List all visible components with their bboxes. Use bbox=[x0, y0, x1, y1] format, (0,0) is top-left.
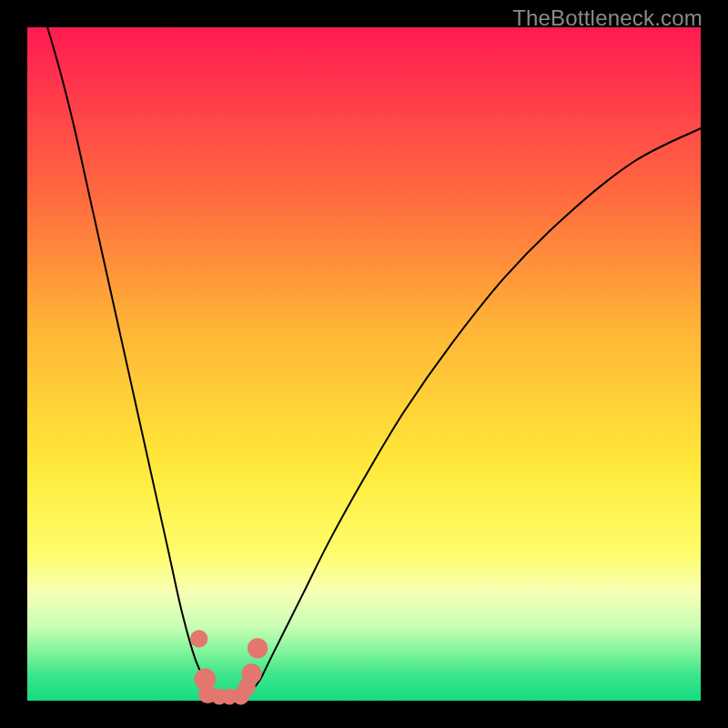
plot-markers bbox=[190, 630, 268, 704]
chart-frame: TheBottleneck.com bbox=[0, 0, 728, 728]
plot-curves bbox=[47, 27, 701, 697]
data-marker bbox=[190, 630, 207, 647]
bottleneck-plot bbox=[27, 27, 701, 701]
data-marker bbox=[248, 638, 268, 658]
curve-right-curve bbox=[243, 128, 701, 697]
curve-left-curve bbox=[47, 27, 216, 697]
data-marker bbox=[241, 663, 261, 683]
